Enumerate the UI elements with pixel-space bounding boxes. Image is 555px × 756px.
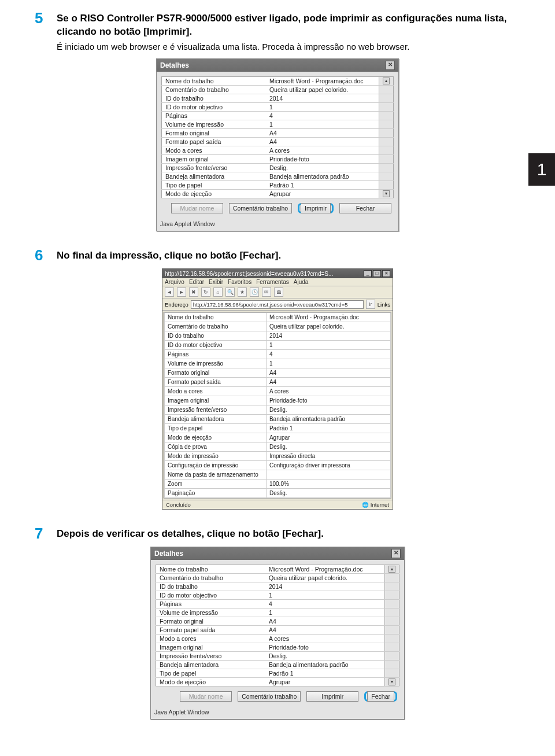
row-key: Nome do trabalho	[156, 565, 265, 574]
row-key: Modo a cores	[165, 387, 267, 396]
details-table-1: Nome do trabalhoMicrosoft Word - Program…	[161, 76, 394, 198]
links-label: Links	[378, 301, 390, 308]
favorites-icon[interactable]: ★	[238, 287, 247, 297]
close-icon[interactable]: ✕	[391, 549, 401, 558]
forward-icon[interactable]: ►	[177, 287, 186, 297]
java-applet-footer: Java Applet Window	[151, 706, 404, 719]
history-icon[interactable]: 🕓	[250, 287, 259, 297]
row-key: ID do motor objectivo	[162, 103, 266, 112]
row-key: ID do trabalho	[165, 331, 267, 341]
details-dialog-2: Detalhes ✕ Nome do trabalhoMicrosoft Wor…	[150, 547, 405, 720]
browser-menu-item[interactable]: Editar	[189, 279, 204, 285]
scroll-up-icon[interactable]: ▴	[388, 566, 395, 573]
row-value: 1	[266, 120, 379, 129]
search-icon[interactable]: 🔍	[225, 287, 235, 297]
row-value: A4	[266, 138, 379, 146]
row-key: Tipo de papel	[165, 424, 267, 433]
table-row: Formato originalA4	[165, 368, 391, 378]
table-row: Tipo de papelPadrão 1	[162, 181, 394, 190]
row-value	[266, 470, 390, 480]
close-icon[interactable]: ✕	[386, 61, 395, 70]
refresh-icon[interactable]: ↻	[201, 287, 210, 297]
table-row: Volume de impressão1	[165, 359, 391, 368]
minimize-icon[interactable]: _	[364, 270, 372, 277]
scrollbar-cell	[379, 94, 394, 103]
rename-button[interactable]: Mudar nome	[171, 203, 223, 213]
comment-button[interactable]: Comentário trabalho	[238, 691, 301, 702]
scroll-up-icon[interactable]: ▴	[383, 78, 390, 84]
row-key: Formato original	[162, 129, 266, 138]
back-icon[interactable]: ◄	[165, 287, 174, 297]
browser-menu-item[interactable]: Arquivo	[165, 279, 184, 285]
scroll-down-icon[interactable]: ▾	[383, 190, 390, 197]
address-input[interactable]: http://172.16.58.96/spooler.mst;jsession…	[191, 300, 364, 309]
stop-icon[interactable]: ✖	[189, 287, 198, 297]
row-key: ID do trabalho	[162, 94, 266, 103]
table-row: ID do motor objectivo1	[162, 103, 394, 112]
row-key: Formato papel saída	[162, 138, 266, 146]
row-value: A4	[266, 129, 379, 138]
step-5-number: 5	[35, 10, 49, 53]
browser-menu-item[interactable]: Favoritos	[228, 279, 251, 285]
home-icon[interactable]: ⌂	[213, 287, 223, 297]
row-value: Prioridade-foto	[266, 396, 390, 405]
rename-button[interactable]: Mudar nome	[180, 691, 232, 702]
table-row: PaginaçãoDeslig.	[165, 489, 391, 498]
scrollbar-cell	[379, 172, 394, 181]
row-key: Páginas	[165, 350, 267, 359]
scrollbar-cell	[385, 652, 399, 661]
close-button[interactable]: Fechar	[367, 691, 394, 702]
print-button[interactable]: Imprimir	[306, 691, 358, 702]
row-key: Volume de impressão	[165, 359, 267, 368]
table-row: Modo de ejecçãoAgrupar▾	[156, 678, 399, 687]
table-row: Modo a coresA cores	[165, 387, 391, 396]
table-row: Imagem originalPrioridade-foto	[162, 155, 394, 164]
row-key: Modo a cores	[156, 635, 265, 643]
row-value: 4	[266, 112, 379, 120]
scrollbar-cell	[379, 138, 394, 146]
scroll-down-icon[interactable]: ▾	[388, 678, 395, 685]
row-value: 2014	[266, 94, 379, 103]
scrollbar-cell	[379, 112, 394, 120]
row-key: Imagem original	[156, 643, 265, 652]
table-row: Páginas4	[156, 600, 399, 609]
browser-menu-item[interactable]: Ferramentas	[256, 279, 289, 285]
row-key: Configuração de impressão	[165, 461, 267, 470]
print-icon[interactable]: 🖶	[274, 287, 283, 297]
table-row: ID do trabalho2014	[162, 94, 394, 103]
row-key: Modo de ejecção	[162, 190, 266, 198]
row-value: 2014	[265, 582, 385, 591]
row-value: 4	[265, 600, 385, 609]
scrollbar-cell	[379, 120, 394, 129]
row-value: Bandeja alimentadora padrão	[265, 661, 385, 669]
close-icon[interactable]: ✕	[382, 270, 390, 277]
chapter-tab: 1	[528, 153, 555, 186]
maximize-icon[interactable]: □	[373, 270, 381, 277]
table-row: Volume de impressão1	[162, 120, 394, 129]
table-row: ID do trabalho2014	[156, 582, 399, 591]
globe-icon: 🌐	[362, 501, 369, 508]
scrollbar-cell	[385, 574, 399, 582]
scrollbar-cell	[379, 103, 394, 112]
row-key: ID do trabalho	[156, 582, 265, 591]
browser-window: http://172.16.58.96/spooler.mst;jsession…	[162, 268, 393, 510]
row-value: Agrupar	[266, 433, 390, 442]
mail-icon[interactable]: ✉	[262, 287, 271, 297]
table-row: Modo a coresA cores	[156, 635, 399, 643]
step-5: 5 Se o RISO Controller PS7R-9000/5000 es…	[35, 10, 520, 53]
row-key: Modo de ejecção	[156, 678, 265, 687]
print-button[interactable]: Imprimir	[301, 203, 331, 213]
scrollbar-cell	[379, 155, 394, 164]
details-table-2: Nome do trabalhoMicrosoft Word - Program…	[156, 565, 399, 687]
browser-menu-item[interactable]: Exibir	[209, 279, 223, 285]
close-button[interactable]: Fechar	[339, 203, 391, 213]
browser-menu-item[interactable]: Ajuda	[294, 279, 309, 285]
row-key: Modo de impressão	[165, 452, 267, 461]
go-button[interactable]: Ir	[366, 300, 375, 309]
row-value: Queira utilizar papel colorido.	[266, 322, 390, 331]
table-row: Tipo de papelPadrão 1	[165, 424, 391, 433]
comment-button[interactable]: Comentário trabalho	[229, 203, 292, 213]
row-value: Configuração driver impressora	[266, 461, 390, 470]
row-key: Zoom	[165, 480, 267, 489]
scrollbar-cell: ▴	[379, 77, 394, 86]
